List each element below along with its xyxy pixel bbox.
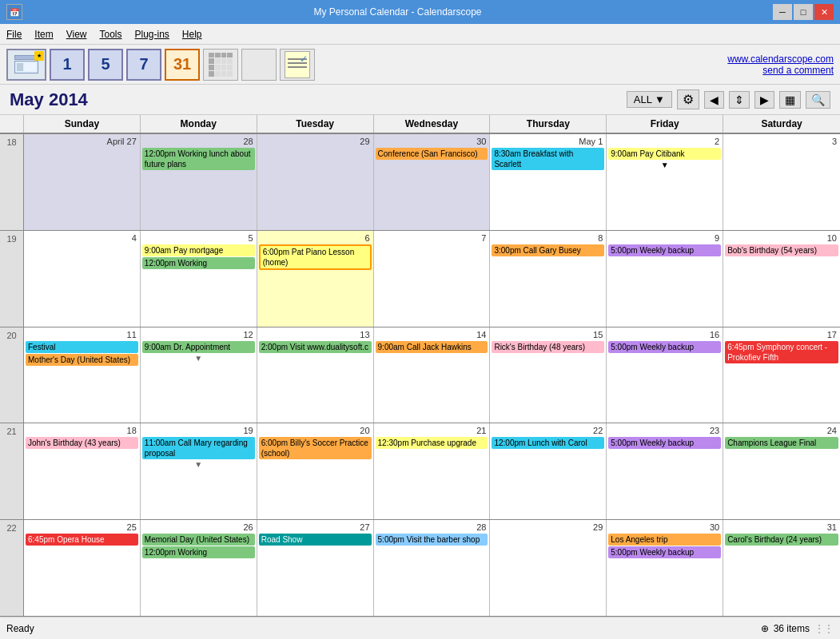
day-may22[interactable]: 22 12:00pm Lunch with Carol	[490, 423, 607, 519]
menu-help[interactable]: Help	[182, 29, 202, 40]
day-may16[interactable]: 16 5:00pm Weekly backup	[607, 327, 723, 423]
event-bob-birthday[interactable]: Bob's Birthday (54 years)	[725, 244, 838, 256]
event-weekly-backup-may30[interactable]: 5:00pm Weekly backup	[608, 546, 721, 558]
day-may11[interactable]: 11 Festival Mother's Day (United States)	[24, 327, 141, 423]
move-button[interactable]: ⇕	[729, 91, 750, 109]
day-may1[interactable]: May 1 8:30am Breakfast with Scarlett	[490, 134, 607, 230]
day-may14[interactable]: 14 9:00am Call Jack Hawkins	[374, 327, 491, 423]
day-may9[interactable]: 9 5:00pm Weekly backup	[607, 231, 723, 327]
event-call-jack[interactable]: 9:00am Call Jack Hawkins	[376, 341, 488, 353]
event-visit-duality[interactable]: 2:00pm Visit www.dualitysoft.c	[259, 341, 372, 353]
event-rick-birthday[interactable]: Rick's Birthday (48 years)	[492, 341, 604, 353]
menu-file[interactable]: File	[6, 29, 22, 40]
day-may20[interactable]: 20 6:00pm Billy's Soccer Practice (schoo…	[257, 423, 374, 519]
day-num: 28	[376, 522, 488, 533]
panel-view-button[interactable]: ★	[6, 49, 46, 81]
event-purchase-upgrade[interactable]: 12:30pm Purchase upgrade	[376, 437, 488, 449]
event-mothers-day[interactable]: Mother's Day (United States)	[26, 354, 138, 366]
day-apr27[interactable]: April 27	[24, 134, 141, 230]
day-num: 16	[608, 329, 721, 340]
day-may17[interactable]: 17 6:45pm Symphony concert - Prokofiev F…	[723, 327, 840, 423]
day-apr30[interactable]: 30 Conference (San Francisco)	[374, 134, 491, 230]
day-may26[interactable]: 26 Memorial Day (United States) 12:00pm …	[141, 520, 257, 616]
day-may10[interactable]: 10 Bob's Birthday (54 years)	[723, 231, 840, 327]
day-may23[interactable]: 23 5:00pm Weekly backup	[607, 423, 723, 519]
event-barber-shop[interactable]: 5:00pm Visit the barber shop	[376, 534, 488, 546]
event-festival-span[interactable]: Festival	[26, 341, 138, 353]
menu-tools[interactable]: Tools	[99, 29, 121, 40]
settings-button[interactable]: ⚙	[677, 89, 699, 109]
grid-toggle-button[interactable]: ▦	[779, 91, 801, 109]
day-num: 9	[608, 232, 721, 244]
day-may5[interactable]: 5 9:00am Pay mortgage 12:00pm Working	[141, 231, 257, 327]
event-weekly-backup-may23[interactable]: 5:00pm Weekly backup	[608, 437, 721, 449]
month-title: May 2014	[10, 89, 88, 110]
event-piano-lesson[interactable]: 6:00pm Pat Piano Lesson (home)	[259, 244, 372, 270]
event-soccer-practice[interactable]: 6:00pm Billy's Soccer Practice (school)	[259, 437, 372, 459]
event-weekly-backup-may16[interactable]: 5:00pm Weekly backup	[608, 341, 721, 353]
notes-view-button[interactable]: ✓	[280, 49, 315, 81]
event-memorial-day[interactable]: Memorial Day (United States)	[142, 534, 255, 546]
event-call-gary[interactable]: 3:00pm Call Gary Busey	[492, 244, 604, 256]
menu-view[interactable]: View	[66, 29, 87, 40]
day-may21[interactable]: 21 12:30pm Purchase upgrade	[374, 423, 491, 519]
event-john-birthday[interactable]: John's Birthday (43 years)	[26, 437, 138, 449]
maximize-button[interactable]: □	[794, 4, 813, 20]
day-may30[interactable]: 30 Los Angeles trip 5:00pm Weekly backup	[607, 520, 723, 616]
grid-view-button[interactable]	[203, 49, 238, 81]
month-view-button[interactable]: 31	[165, 49, 200, 81]
day-may13[interactable]: 13 2:00pm Visit www.dualitysoft.c	[257, 327, 374, 423]
filter-dropdown[interactable]: ALL ▼	[627, 91, 672, 108]
day-may24[interactable]: 24 Champions League Final	[723, 423, 840, 519]
day-apr29[interactable]: 29	[257, 134, 374, 230]
day-may3[interactable]: 3	[723, 134, 840, 230]
day-apr28[interactable]: 28 12:00pm Working lunch about future pl…	[141, 134, 257, 230]
event-road-show-span[interactable]: Road Show	[259, 534, 372, 546]
day-may8[interactable]: 8 3:00pm Call Gary Busey	[490, 231, 607, 327]
event-conference-span[interactable]: Conference (San Francisco)	[376, 148, 488, 160]
day-may2[interactable]: 2 9:00am Pay Citibank ▼	[607, 134, 723, 230]
minimize-button[interactable]: ─	[773, 4, 792, 20]
day-header-wed: Wednesday	[374, 115, 491, 133]
event-working-lunch[interactable]: 12:00pm Working lunch about future plans	[142, 148, 255, 170]
day-view-button[interactable]: 1	[50, 49, 85, 81]
comment-link[interactable]: send a comment	[762, 65, 834, 76]
menu-item[interactable]: Item	[34, 29, 53, 40]
day-may28[interactable]: 28 5:00pm Visit the barber shop	[374, 520, 491, 616]
event-weekly-backup-may9[interactable]: 5:00pm Weekly backup	[608, 244, 721, 256]
week7-view-button[interactable]: 7	[126, 49, 161, 81]
event-working-may5[interactable]: 12:00pm Working	[142, 257, 255, 269]
list-view-button[interactable]	[241, 49, 277, 81]
prev-button[interactable]: ◀	[704, 91, 724, 109]
event-dr-appointment[interactable]: 9:00am Dr. Appointment	[142, 341, 255, 353]
menu-plugins[interactable]: Plug-ins	[135, 29, 169, 40]
search-button[interactable]: 🔍	[806, 91, 830, 109]
day-may19[interactable]: 19 11:00am Call Mary regarding proposal …	[141, 423, 257, 519]
event-pay-mortgage[interactable]: 9:00am Pay mortgage	[142, 244, 255, 256]
day-may4[interactable]: 4	[24, 231, 141, 327]
day-may25[interactable]: 25 6:45pm Opera House	[24, 520, 141, 616]
event-opera-house[interactable]: 6:45pm Opera House	[26, 534, 138, 546]
event-la-trip-span[interactable]: Los Angeles trip	[608, 534, 721, 546]
event-carol-birthday[interactable]: Carol's Birthday (24 years)	[725, 534, 838, 546]
event-working-may26[interactable]: 12:00pm Working	[142, 546, 255, 558]
day-header-mon: Monday	[141, 115, 257, 133]
close-button[interactable]: ✕	[814, 4, 834, 20]
day-may27[interactable]: 27 Road Show	[257, 520, 374, 616]
event-pay-citibank[interactable]: 9:00am Pay Citibank	[608, 148, 721, 160]
event-champions-league[interactable]: Champions League Final	[725, 437, 838, 449]
day-may29[interactable]: 29	[490, 520, 607, 616]
day-may15[interactable]: 15 Rick's Birthday (48 years)	[490, 327, 607, 423]
event-call-mary[interactable]: 11:00am Call Mary regarding proposal	[142, 437, 255, 459]
day-may18[interactable]: 18 John's Birthday (43 years)	[24, 423, 141, 519]
website-link[interactable]: www.calendarscope.com	[727, 54, 834, 65]
day-may31[interactable]: 31 Carol's Birthday (24 years)	[723, 520, 840, 616]
event-breakfast-scarlett[interactable]: 8:30am Breakfast with Scarlett	[492, 148, 604, 170]
day-may12[interactable]: 12 9:00am Dr. Appointment ▼	[141, 327, 257, 423]
event-symphony[interactable]: 6:45pm Symphony concert - Prokofiev Fift…	[725, 341, 838, 363]
week5-view-button[interactable]: 5	[88, 49, 123, 81]
next-button[interactable]: ▶	[754, 91, 774, 109]
day-may7[interactable]: 7	[374, 231, 491, 327]
event-lunch-carol[interactable]: 12:00pm Lunch with Carol	[492, 437, 604, 449]
day-may6[interactable]: 6 6:00pm Pat Piano Lesson (home)	[257, 231, 374, 327]
